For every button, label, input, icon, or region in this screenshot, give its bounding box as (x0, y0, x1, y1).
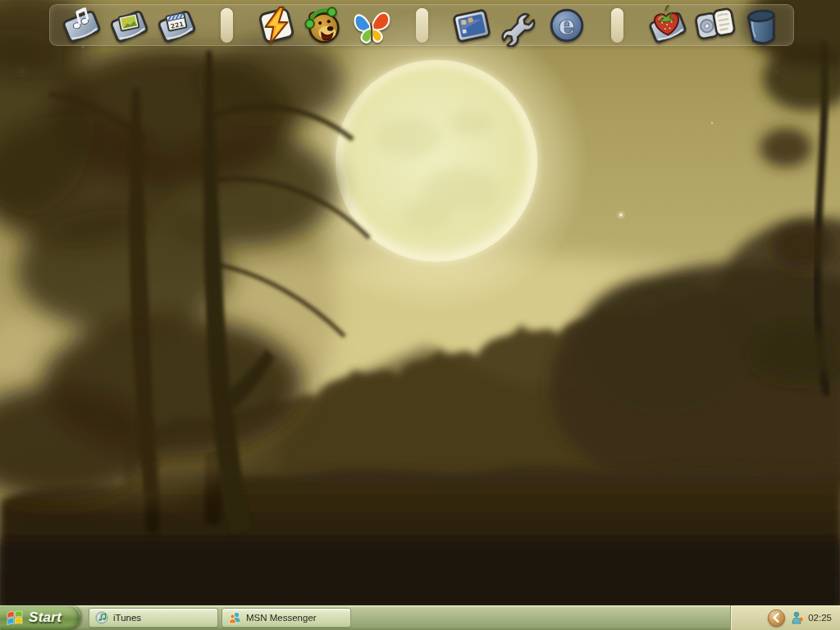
msn-messenger-tray-icon[interactable] (789, 610, 804, 625)
windows-logo-icon (6, 609, 24, 627)
desktop: 221 (0, 0, 840, 630)
dock-group-media-apps (253, 5, 395, 46)
system-tray: 02:25 (730, 605, 840, 630)
blue-cup-icon[interactable] (738, 5, 786, 46)
taskbar-button-label: MSN Messenger (246, 613, 317, 623)
winamp-icon[interactable] (253, 5, 300, 46)
bearshare-icon[interactable] (300, 5, 348, 46)
start-label: Start (29, 609, 62, 626)
task-buttons: iTunes MSN Messenger (89, 608, 351, 628)
taskbar-button-msn-messenger[interactable]: MSN Messenger (221, 608, 351, 628)
start-button[interactable]: Start (0, 605, 80, 630)
dock-divider (416, 8, 428, 43)
pictures-folder-icon[interactable] (105, 5, 153, 46)
music-folder-icon[interactable] (57, 5, 105, 46)
strawberry-folder-icon[interactable] (643, 5, 691, 46)
dock: 221 (49, 4, 794, 46)
tray-clock[interactable]: 02:25 (808, 613, 832, 623)
dock-group-misc (643, 5, 786, 46)
display-properties-icon[interactable] (448, 5, 495, 46)
taskbar-button-label: iTunes (113, 613, 141, 623)
videos-folder-icon[interactable]: 221 (153, 5, 200, 46)
disks-icon[interactable] (691, 5, 738, 46)
svg-text:e: e (559, 8, 576, 40)
wrench-tools-icon[interactable] (495, 5, 543, 46)
msn-messenger-icon (228, 611, 241, 624)
dock-divider (221, 8, 233, 43)
dock-group-folders: 221 (57, 5, 200, 46)
dock-group-system: e (448, 5, 591, 46)
chevron-left-icon (769, 609, 784, 626)
taskbar-button-itunes[interactable]: iTunes (89, 608, 218, 628)
itunes-icon (95, 611, 108, 624)
msn-butterfly-icon[interactable] (348, 5, 395, 46)
taskbar: Start iTunes (0, 605, 840, 630)
dock-divider (611, 8, 623, 43)
wallpaper (0, 0, 840, 608)
internet-explorer-icon[interactable]: e (543, 5, 591, 46)
tray-collapse-button[interactable] (768, 609, 785, 627)
